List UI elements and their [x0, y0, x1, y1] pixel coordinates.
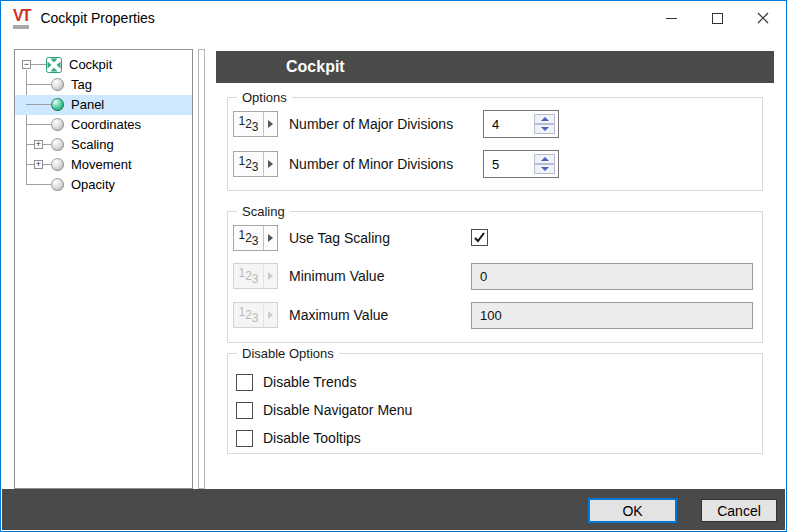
sphere-icon [51, 138, 64, 151]
maximize-button[interactable] [694, 1, 740, 35]
numeric-type-icon: 123 [234, 112, 264, 136]
disable-tooltips-checkbox[interactable] [236, 430, 253, 447]
sphere-icon-green [51, 98, 64, 111]
tree-item-label: Movement [71, 155, 132, 175]
minimum-value-label: Minimum Value [289, 263, 384, 289]
up-arrow-icon [541, 117, 549, 121]
expression-arrow-icon [264, 264, 277, 288]
major-divisions-label: Number of Major Divisions [289, 111, 453, 137]
panel-splitter[interactable] [198, 49, 205, 489]
disable-trends-label: Disable Trends [263, 369, 356, 395]
titlebar: VT Cockpit Properties [1, 1, 786, 35]
logo-underline [13, 25, 29, 29]
expression-arrow-icon [264, 112, 277, 136]
tree-item-label: Cockpit [69, 55, 112, 75]
disable-navigator-menu-checkbox[interactable] [236, 402, 253, 419]
numeric-type-icon: 123 [234, 303, 264, 327]
disable-tooltips-label: Disable Tooltips [263, 425, 361, 451]
dialog-window: VT Cockpit Properties [0, 0, 787, 532]
numeric-type-icon: 123 [234, 152, 264, 176]
options-group: Options 123 Number of Major Divisions 12… [227, 97, 763, 191]
down-arrow-icon [541, 127, 549, 131]
disable-navigator-menu-label: Disable Navigator Menu [263, 397, 412, 423]
disable-options-group-label: Disable Options [237, 346, 339, 361]
close-button[interactable] [740, 1, 786, 35]
spin-up-button[interactable] [534, 114, 555, 124]
maximum-value-field [471, 302, 753, 329]
expression-arrow-icon [264, 226, 277, 250]
cancel-button[interactable]: Cancel [701, 499, 777, 522]
minor-divisions-label: Number of Minor Divisions [289, 151, 453, 177]
tree-item-label: Tag [71, 75, 92, 95]
minimize-button[interactable] [648, 1, 694, 35]
spin-down-button[interactable] [534, 164, 555, 174]
major-divisions-spinner [483, 110, 559, 138]
disable-options-group: Disable Options Disable Trends Disable N… [227, 353, 763, 454]
maximum-value-label: Maximum Value [289, 302, 388, 328]
tree-connector [26, 184, 51, 185]
options-group-label: Options [237, 90, 292, 105]
maximum-value-input [472, 303, 752, 328]
sphere-icon [51, 78, 64, 91]
tree-connector [31, 64, 46, 65]
minimum-value-field [471, 263, 753, 290]
minor-divisions-type-button[interactable]: 123 [233, 151, 278, 177]
numeric-type-icon: 123 [234, 264, 264, 288]
spin-up-button[interactable] [534, 154, 555, 164]
expand-expander-icon[interactable]: + [34, 160, 43, 169]
sphere-icon [51, 118, 64, 131]
numeric-type-icon: 123 [234, 226, 264, 250]
expression-arrow-icon [264, 303, 277, 327]
tree-connector [26, 124, 51, 125]
tree-item-tag[interactable]: Tag [15, 75, 192, 95]
expand-expander-icon[interactable]: + [34, 140, 43, 149]
minimum-value-type-button: 123 [233, 263, 278, 289]
property-tree: − Cockpit Tag Panel [15, 50, 192, 488]
collapse-expander-icon[interactable]: − [22, 60, 31, 69]
major-divisions-type-button[interactable]: 123 [233, 111, 278, 137]
tree-connector [26, 104, 51, 105]
maximum-value-type-button: 123 [233, 302, 278, 328]
minor-divisions-spinner [483, 150, 559, 178]
content-header: Cockpit [216, 51, 774, 83]
tree-item-panel[interactable]: Panel [15, 95, 192, 115]
use-tag-scaling-label: Use Tag Scaling [289, 225, 390, 251]
scaling-group: Scaling 123 Use Tag Scaling 123 Minimum … [227, 211, 763, 343]
tree-item-label: Opacity [71, 175, 115, 195]
logo-text: VT [13, 8, 29, 24]
down-arrow-icon [541, 167, 549, 171]
minor-divisions-input[interactable] [484, 151, 530, 177]
tree-item-label: Scaling [71, 135, 114, 155]
sphere-icon [51, 178, 64, 191]
disable-trends-checkbox[interactable] [236, 374, 253, 391]
caption-buttons [648, 1, 786, 35]
checkmark-icon [473, 231, 486, 244]
tree-item-movement[interactable]: + Movement [15, 155, 192, 175]
tree-item-label: Coordinates [71, 115, 141, 135]
spin-down-button[interactable] [534, 124, 555, 134]
use-tag-scaling-checkbox[interactable] [471, 229, 488, 246]
tree-item-label: Panel [71, 95, 104, 115]
minimum-value-input [472, 264, 752, 289]
page-title: Cockpit [286, 58, 345, 75]
property-tree-panel: − Cockpit Tag Panel [14, 49, 193, 489]
use-tag-scaling-type-button[interactable]: 123 [233, 225, 278, 251]
tree-item-cockpit[interactable]: − Cockpit [15, 55, 192, 75]
app-logo-icon: VT [13, 8, 29, 29]
window-title: Cockpit Properties [40, 10, 154, 26]
sphere-icon [51, 158, 64, 171]
up-arrow-icon [541, 157, 549, 161]
minimize-icon [666, 18, 677, 19]
tree-item-scaling[interactable]: + Scaling [15, 135, 192, 155]
major-divisions-input[interactable] [484, 111, 530, 137]
footer-bar: OK Cancel [2, 489, 785, 530]
tree-item-opacity[interactable]: Opacity [15, 175, 192, 195]
scaling-group-label: Scaling [237, 204, 290, 219]
tree-item-coordinates[interactable]: Coordinates [15, 115, 192, 135]
close-icon [757, 12, 769, 24]
tree-connector [26, 84, 51, 85]
maximize-icon [712, 13, 723, 24]
ok-button[interactable]: OK [588, 498, 677, 523]
cockpit-widget-icon [46, 57, 62, 73]
expression-arrow-icon [264, 152, 277, 176]
